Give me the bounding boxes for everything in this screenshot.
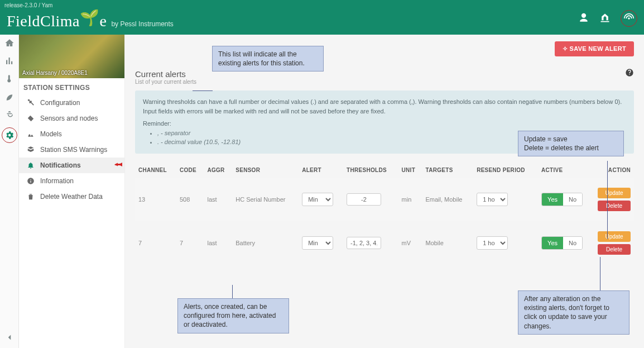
alerts-table: CHANNEL CODE AGGR SENSOR ALERT THRESHOLD…: [135, 163, 634, 265]
broadcast-icon-circled[interactable]: [621, 10, 637, 27]
active-toggle[interactable]: YesNo: [541, 236, 583, 250]
release-label: release-2.3.0 / Yam: [4, 2, 52, 8]
bug-icon[interactable]: [4, 109, 15, 120]
user-icon[interactable]: [578, 12, 589, 25]
annotation-connector: [193, 90, 213, 91]
th-alert: ALERT: [299, 163, 343, 178]
th-active: ACTIVE: [538, 163, 594, 178]
th-sensor: SENSOR: [232, 163, 299, 178]
cell-code: 7: [176, 221, 204, 265]
farm-icon[interactable]: [599, 12, 611, 25]
menu-models[interactable]: Models: [19, 126, 124, 142]
menu-label: Sensors and nodes: [40, 115, 98, 122]
annotation-connector: [600, 257, 600, 290]
menu-information[interactable]: Information: [19, 173, 124, 189]
gear-icon-circled[interactable]: [2, 127, 17, 143]
thresholds-input[interactable]: [347, 237, 381, 249]
update-button[interactable]: Update: [598, 231, 631, 242]
thresholds-input[interactable]: [347, 193, 381, 206]
annotation-update-delete: Update = save Delete = deletes the alert: [518, 131, 624, 156]
th-thresholds: THRESHOLDS: [343, 163, 398, 178]
update-button[interactable]: Update: [598, 188, 631, 198]
collapse-icon[interactable]: [4, 332, 15, 342]
th-code: CODE: [176, 163, 204, 178]
save-new-alert-button[interactable]: ✧ SAVE NEW ALERT: [555, 41, 634, 56]
reminder-label: Reminder:: [143, 119, 626, 128]
th-aggr: AGGR: [204, 163, 232, 178]
cell-targets: Mobile: [422, 221, 473, 265]
help-icon[interactable]: [625, 68, 634, 77]
delete-button[interactable]: Delete: [598, 244, 631, 255]
station-settings-title: STATION SETTINGS: [19, 78, 124, 95]
th-action: ACTION: [594, 163, 634, 178]
current-alerts-title: Current alerts: [135, 69, 196, 79]
table-row: 7 7 last Battery Min mV Mobile 1 hour Ye…: [135, 221, 634, 265]
annotation-save-reminder: After any alteration on the existing ale…: [518, 290, 629, 335]
menu-label: Station SMS Warnings: [40, 146, 107, 154]
toggle-no[interactable]: No: [563, 237, 582, 249]
cell-aggr: last: [204, 178, 232, 221]
cell-targets: Email, Mobile: [422, 178, 473, 221]
annotation-connector: [232, 285, 233, 298]
cell-sensor: Battery: [232, 221, 299, 265]
cell-unit: mV: [398, 221, 422, 265]
table-row: 13 508 last HC Serial Number Min min Ema…: [135, 178, 634, 221]
left-rail: [0, 35, 19, 348]
warning-line1: Warning thresholds can have a full numbe…: [143, 97, 626, 107]
thermometer-icon[interactable]: [4, 74, 15, 84]
red-arrow-icon: [114, 161, 122, 170]
station-photo: Axial Harsany / 0020A8E1: [19, 35, 124, 78]
menu-label: Configuration: [40, 99, 80, 107]
toggle-no[interactable]: No: [563, 193, 582, 206]
chart-icon[interactable]: [4, 56, 15, 66]
cell-sensor: HC Serial Number: [232, 178, 299, 221]
settings-menu: Configuration Sensors and nodes Models S…: [19, 95, 124, 204]
menu-delete-weather[interactable]: Delete Weather Data: [19, 189, 124, 204]
resend-select[interactable]: 1 hour: [477, 193, 508, 206]
menu-notifications[interactable]: Notifications: [19, 158, 124, 173]
menu-label: Notifications: [40, 161, 81, 169]
annotation-connector: [607, 161, 608, 239]
menu-sms[interactable]: Station SMS Warnings: [19, 142, 124, 158]
th-unit: UNIT: [398, 163, 422, 178]
alert-select[interactable]: Min: [302, 236, 333, 250]
annotation-list-info: This list will indicate all the existing…: [212, 46, 324, 71]
brand-logo: FieldClima🌱e: [7, 12, 107, 30]
menu-configuration[interactable]: Configuration: [19, 95, 124, 111]
cell-unit: min: [398, 178, 422, 221]
th-channel: CHANNEL: [135, 163, 176, 178]
cell-aggr: last: [204, 221, 232, 265]
leaf-icon[interactable]: [4, 92, 15, 102]
resend-select[interactable]: 1 hour: [477, 236, 508, 250]
current-alerts-subtitle: List of your current alerts: [135, 79, 196, 85]
toggle-yes[interactable]: Yes: [542, 193, 563, 206]
delete-button[interactable]: Delete: [598, 201, 631, 211]
cell-channel: 7: [135, 221, 176, 265]
station-name: Axial Harsany / 0020A8E1: [22, 70, 88, 76]
brand: FieldClima🌱e by Pessl Instruments: [7, 12, 174, 35]
menu-label: Delete Weather Data: [40, 193, 103, 201]
alert-select[interactable]: Min: [302, 193, 333, 206]
th-targets: TARGETS: [422, 163, 473, 178]
warning-line2: Input fields with errors will be marked …: [143, 107, 626, 116]
brand-byline: by Pessl Instruments: [111, 20, 173, 28]
menu-label: Models: [40, 130, 62, 138]
annotation-configure: Alerts, once created, can be configured …: [177, 298, 289, 333]
toggle-yes[interactable]: Yes: [542, 237, 563, 249]
menu-sensors[interactable]: Sensors and nodes: [19, 111, 124, 126]
th-resend: RESEND PERIOD: [473, 163, 538, 178]
menu-label: Information: [40, 177, 74, 185]
topbar: release-2.3.0 / Yam FieldClima🌱e by Pess…: [0, 0, 644, 35]
cell-channel: 13: [135, 178, 176, 221]
sidebar: Axial Harsany / 0020A8E1 STATION SETTING…: [19, 35, 125, 348]
home-icon[interactable]: [4, 38, 15, 48]
cell-code: 508: [176, 178, 204, 221]
active-toggle[interactable]: YesNo: [541, 193, 583, 206]
